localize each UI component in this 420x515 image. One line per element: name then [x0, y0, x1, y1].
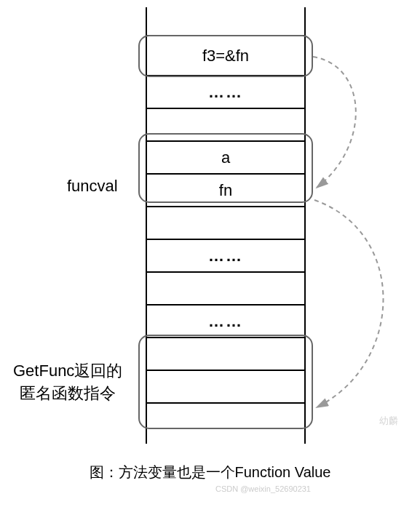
csdn-attribution: CSDN @weixin_52690231: [215, 484, 311, 493]
stack-slot-ellipsis-3: ……: [147, 306, 304, 338]
stack-slot-f3: f3=&fn: [147, 36, 304, 76]
caption-text: 图：方法变量也是一个Function Value: [90, 464, 331, 480]
ellipsis-2: ……: [208, 247, 243, 266]
watermark-text: 幼麟: [379, 415, 398, 426]
stack-slot-empty-top: [147, 7, 304, 36]
attribution-text: CSDN @weixin_52690231: [215, 484, 311, 493]
stack-slot-blank-2: [147, 207, 304, 240]
stack-slot-fn: fn: [147, 175, 304, 207]
label-getfunc: GetFunc返回的 匿名函数指令: [13, 360, 122, 405]
ellipsis-1: ……: [208, 83, 243, 102]
ellipsis-3: ……: [208, 312, 243, 331]
stack-slot-a: a: [147, 142, 304, 175]
cell-f3: f3=&fn: [202, 47, 249, 65]
memory-stack: f3=&fn …… a fn …… ……: [146, 7, 306, 444]
stack-slot-blank-1: [147, 109, 304, 142]
label-getfunc-line1: GetFunc返回的: [13, 360, 122, 383]
stack-slot-anon-1: [147, 371, 304, 404]
label-getfunc-line2: 匿名函数指令: [13, 383, 122, 405]
watermark: 幼麟: [379, 415, 398, 428]
stack-slot-anon-2: [147, 404, 304, 433]
arrow-fn-to-anon: [314, 200, 384, 407]
label-funcval: funcval: [67, 177, 118, 196]
cell-a: a: [221, 148, 230, 167]
stack-slot-blank-4: [147, 338, 304, 371]
arrow-f3-to-fn: [313, 57, 356, 188]
stack-slot-ellipsis-1: ……: [147, 76, 304, 109]
stack-slot-ellipsis-2: ……: [147, 240, 304, 273]
diagram-container: f3=&fn …… a fn …… ……: [0, 0, 420, 515]
cell-fn: fn: [219, 181, 232, 200]
figure-caption: 图：方法变量也是一个Function Value: [0, 463, 420, 482]
stack-slot-blank-3: [147, 273, 304, 306]
